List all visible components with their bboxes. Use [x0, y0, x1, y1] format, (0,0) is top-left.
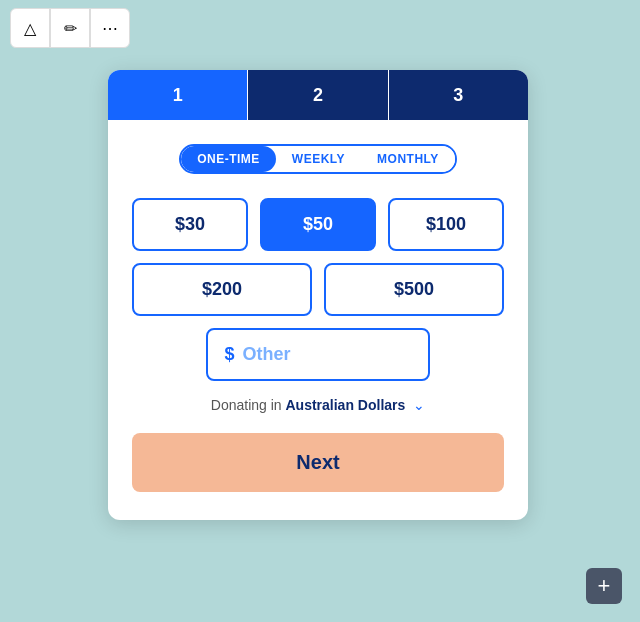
fab-button[interactable]: + [586, 568, 622, 604]
chevron-down-icon[interactable]: ⌄ [413, 397, 425, 413]
tab-one-time[interactable]: ONE-TIME [181, 146, 276, 172]
logo-icon: △ [24, 19, 36, 38]
amount-50[interactable]: $50 [260, 198, 376, 251]
step-2[interactable]: 2 [248, 70, 387, 120]
card-body: ONE-TIME WEEKLY MONTHLY $30 $50 $100 $20… [108, 120, 528, 520]
amount-grid-bottom: $200 $500 [132, 263, 504, 316]
more-button[interactable]: ⋯ [90, 8, 130, 48]
amount-100[interactable]: $100 [388, 198, 504, 251]
tab-weekly[interactable]: WEEKLY [276, 146, 361, 172]
logo-button[interactable]: △ [10, 8, 50, 48]
step-1[interactable]: 1 [108, 70, 247, 120]
frequency-tabs: ONE-TIME WEEKLY MONTHLY [179, 144, 457, 174]
donation-card: 1 2 3 ONE-TIME WEEKLY MONTHLY $30 $50 $1 [108, 70, 528, 520]
amount-30[interactable]: $30 [132, 198, 248, 251]
toolbar: △ ✏ ⋯ [0, 0, 140, 56]
edit-icon: ✏ [64, 19, 77, 38]
currency-label: Australian Dollars [286, 397, 406, 413]
amount-200[interactable]: $200 [132, 263, 312, 316]
amount-500[interactable]: $500 [324, 263, 504, 316]
amount-grid-top: $30 $50 $100 [132, 198, 504, 251]
next-button[interactable]: Next [132, 433, 504, 492]
plus-icon: + [598, 573, 611, 599]
steps-header: 1 2 3 [108, 70, 528, 120]
edit-button[interactable]: ✏ [50, 8, 90, 48]
donating-in-label: Donating in Australian Dollars ⌄ [132, 397, 504, 413]
other-amount-wrapper: $ [206, 328, 429, 381]
tab-monthly[interactable]: MONTHLY [361, 146, 455, 172]
dollar-sign: $ [224, 344, 234, 365]
other-amount-input[interactable] [242, 344, 411, 365]
step-3[interactable]: 3 [389, 70, 528, 120]
more-icon: ⋯ [102, 19, 118, 38]
